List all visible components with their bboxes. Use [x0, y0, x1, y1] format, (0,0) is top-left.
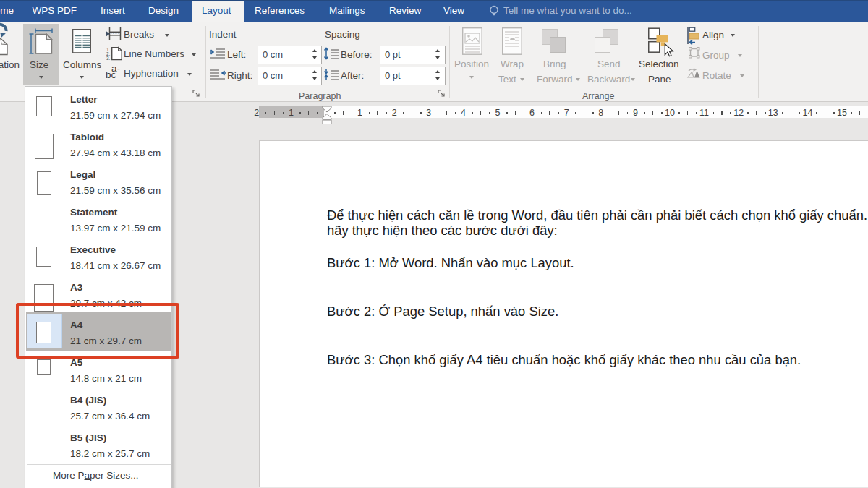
svg-text:3.: 3.: [106, 55, 111, 60]
